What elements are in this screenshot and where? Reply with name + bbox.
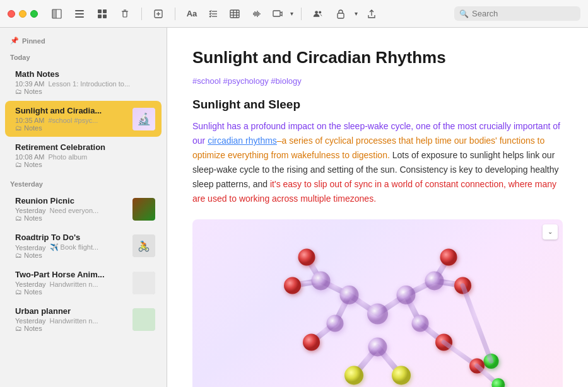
note-time: 10:35 AM (15, 117, 44, 124)
note-meta: Yesterday Handwritten n... (15, 280, 151, 288)
maximize-button[interactable] (30, 10, 38, 18)
note-meta: Yesterday Handwritten n... (15, 317, 151, 325)
body-part-link[interactable]: circadian rhythms (208, 136, 277, 146)
note-thumbnail-bike: 🚴 (132, 234, 155, 257)
svg-rect-19 (230, 10, 239, 18)
note-time: 10:39 AM (15, 80, 44, 88)
folder-icon: 🗂 (15, 251, 22, 259)
svg-rect-34 (338, 13, 344, 18)
note-main-title: Sunlight and Circadian Rhythms (192, 48, 563, 67)
svg-point-53 (368, 337, 387, 356)
note-folder: 🗂 Notes (15, 124, 151, 132)
note-item-horse[interactable]: Two-Part Horse Anim... Yesterday Handwri… (5, 265, 162, 301)
note-folder: 🗂 Notes (15, 251, 151, 259)
titlebar: Aa ▾ ▾ 🔍 (0, 0, 588, 28)
note-folder: 🗂 Notes (15, 214, 151, 222)
svg-rect-31 (273, 11, 280, 16)
svg-point-51 (340, 286, 359, 304)
search-icon: 🔍 (459, 9, 469, 18)
note-preview: ✈️ Book flight... (50, 243, 99, 251)
svg-point-50 (367, 303, 388, 324)
svg-point-57 (412, 315, 429, 332)
note-folder: 🗂 Notes (15, 288, 151, 296)
note-preview: Lesson 1: Introduction to... (48, 80, 130, 88)
note-tag: #school #psychology #biology (192, 76, 302, 86)
share-button[interactable] (363, 5, 380, 23)
svg-line-67 (463, 286, 491, 361)
search-box[interactable]: 🔍 (454, 6, 580, 21)
note-meta: 10:35 AM #school #psyc... (15, 117, 151, 124)
note-item-math-notes[interactable]: Math Notes 10:39 AM Lesson 1: Introducti… (5, 64, 162, 100)
note-time: Yesterday (15, 317, 46, 325)
svg-rect-6 (98, 9, 102, 13)
new-note-button[interactable] (150, 5, 167, 23)
note-folder: 🗂 Notes (15, 88, 151, 95)
list-view-button[interactable] (71, 5, 88, 23)
svg-point-58 (298, 248, 315, 265)
note-body-text: Sunlight has a profound impact on the sl… (192, 119, 563, 207)
note-content-area[interactable]: Sunlight and Circadian Rhythms #school #… (167, 28, 588, 387)
folder-icon: 🗂 (15, 288, 22, 296)
note-meta: 10:08 AM Photo album (15, 153, 151, 161)
note-meta: Yesterday Need everyon... (15, 207, 151, 214)
note-time: Yesterday (15, 280, 46, 288)
pinned-section-label: 📌 Pinned (0, 33, 167, 47)
svg-point-55 (425, 271, 444, 290)
svg-point-56 (327, 315, 344, 332)
folder-icon: 🗂 (15, 88, 22, 95)
format-button[interactable]: Aa (183, 5, 201, 23)
folder-icon: 🗂 (15, 325, 22, 332)
note-item-retirement[interactable]: Retirement Celebration 10:08 AM Photo al… (5, 137, 162, 173)
svg-point-59 (440, 248, 457, 265)
minimize-button[interactable] (19, 10, 26, 18)
media-button[interactable] (269, 5, 286, 23)
sidebar-toggle-button[interactable] (48, 5, 66, 23)
svg-rect-9 (103, 14, 107, 18)
note-preview: Need everyon... (50, 207, 99, 214)
today-section-label: Today (0, 47, 167, 64)
note-meta: 10:39 AM Lesson 1: Introduction to... (15, 80, 151, 88)
svg-rect-4 (75, 13, 84, 14)
note-title: Reunion Picnic (15, 196, 113, 205)
note-tags: #school #psychology #biology (192, 75, 563, 86)
note-item-roadtrip[interactable]: Roadtrip To Do's Yesterday ✈️ Book fligh… (5, 228, 162, 264)
image-expand-button[interactable]: ⌄ (543, 224, 558, 240)
note-title: Math Notes (15, 69, 151, 79)
checklist-button[interactable] (204, 5, 222, 23)
svg-point-60 (284, 277, 301, 294)
note-preview: Handwritten n... (50, 280, 98, 288)
svg-point-33 (319, 11, 321, 13)
grid-view-button[interactable] (93, 5, 111, 23)
note-item-urban[interactable]: Urban planner Yesterday Handwritten n...… (5, 301, 162, 337)
note-item-sunlight[interactable]: Sunlight and Ciradia... 10:35 AM #school… (5, 101, 162, 137)
note-time: 10:08 AM (15, 153, 44, 161)
note-title: Two-Part Horse Anim... (15, 270, 113, 279)
note-title: Urban planner (15, 306, 113, 316)
folder-icon: 🗂 (15, 161, 22, 168)
lock-button[interactable] (332, 5, 350, 23)
sidebar: 📌 Pinned Today Math Notes 10:39 AM Lesso… (0, 28, 167, 387)
toolbar-center: Aa ▾ (183, 5, 293, 23)
note-item-reunion[interactable]: Reunion Picnic Yesterday Need everyon...… (5, 191, 162, 227)
note-preview: Handwritten n... (50, 317, 98, 325)
note-time: Yesterday (15, 207, 46, 214)
audio-button[interactable] (247, 5, 265, 23)
search-input[interactable] (472, 9, 575, 18)
note-thumbnail-urban (132, 308, 155, 331)
note-thumbnail-molecule: 🔬 (132, 108, 155, 130)
note-preview: Photo album (48, 153, 87, 161)
note-folder: 🗂 Notes (15, 325, 151, 332)
svg-point-52 (397, 286, 416, 304)
main-layout: 📌 Pinned Today Math Notes 10:39 AM Lesso… (0, 28, 588, 387)
svg-rect-3 (75, 10, 84, 11)
note-title: Sunlight and Ciradia... (15, 106, 113, 115)
note-thumbnail-horse (132, 272, 155, 294)
table-button[interactable] (226, 5, 244, 23)
svg-rect-7 (103, 9, 107, 13)
note-time: Yesterday (15, 244, 46, 251)
close-button[interactable] (8, 10, 15, 18)
collaborate-button[interactable] (309, 5, 327, 23)
delete-button[interactable] (116, 5, 134, 23)
svg-point-65 (392, 366, 411, 384)
svg-point-32 (315, 11, 318, 14)
